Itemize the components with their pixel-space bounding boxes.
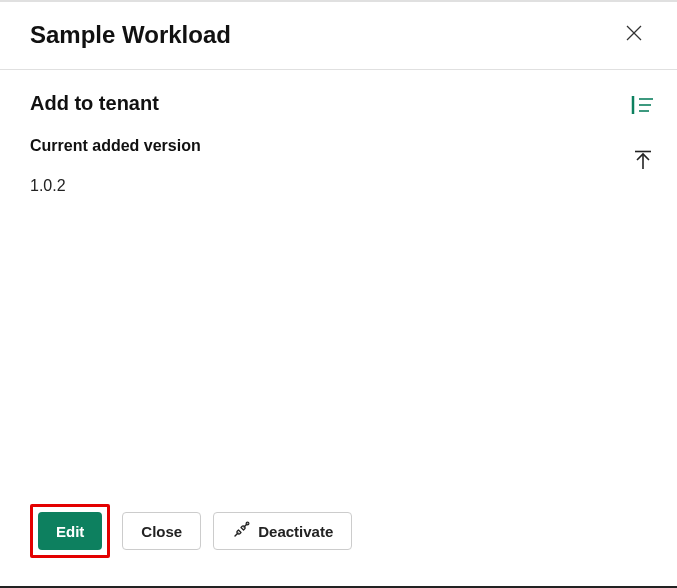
section-title: Add to tenant [30, 92, 647, 115]
edit-button-label: Edit [56, 523, 84, 540]
side-toolbar [629, 92, 657, 176]
edit-button[interactable]: Edit [38, 512, 102, 550]
unplug-icon [232, 521, 250, 542]
close-icon [625, 24, 643, 45]
scroll-top-button[interactable] [630, 147, 656, 176]
close-panel-button[interactable]: Close [122, 512, 201, 550]
close-button[interactable] [621, 20, 647, 49]
arrow-up-bar-icon [632, 149, 654, 174]
panel-header: Sample Workload [0, 2, 677, 70]
panel-footer: Edit Close Deactivate [30, 504, 352, 558]
list-button[interactable] [629, 92, 657, 121]
list-icon [631, 94, 655, 119]
close-panel-label: Close [141, 523, 182, 540]
version-label: Current added version [30, 137, 647, 155]
deactivate-button-label: Deactivate [258, 523, 333, 540]
version-value: 1.0.2 [30, 177, 647, 195]
panel-body: Add to tenant Current added version 1.0.… [0, 70, 677, 215]
svg-point-8 [246, 522, 249, 525]
edit-highlight: Edit [30, 504, 110, 558]
deactivate-button[interactable]: Deactivate [213, 512, 352, 550]
panel-title: Sample Workload [30, 21, 231, 49]
